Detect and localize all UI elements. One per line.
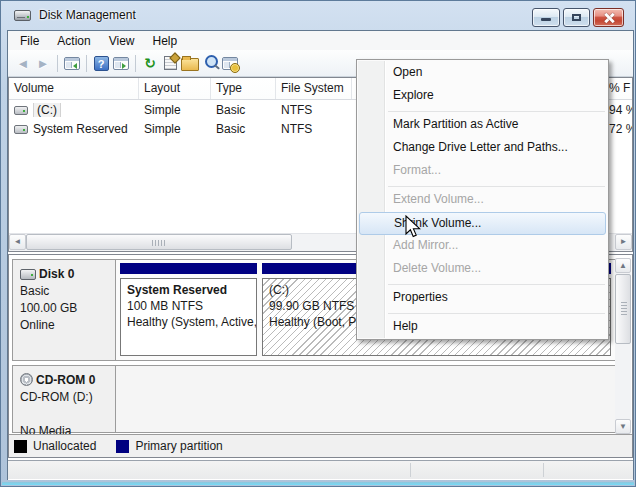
partition-context-menu: Open Explore Mark Partition as Active Ch… — [356, 59, 609, 340]
minimize-button[interactable] — [532, 8, 560, 27]
disk-status: Online — [20, 317, 115, 334]
find-icon — [205, 55, 218, 68]
statusbar-divider — [543, 463, 544, 477]
menu-item-mark-partition-active[interactable]: Mark Partition as Active — [359, 114, 606, 137]
column-header-pct-free[interactable]: % F — [606, 78, 632, 99]
menu-item-extend-volume: Extend Volume... — [359, 189, 606, 212]
help-icon: ? — [94, 56, 109, 71]
menu-item-explore[interactable]: Explore — [359, 85, 606, 108]
cdrom-label-panel[interactable]: CD-ROM 0 CD-ROM (D:) No Media — [13, 366, 116, 432]
disk-size: 100.00 GB — [20, 300, 115, 317]
toolbar-separator — [57, 55, 58, 72]
vertical-scroll-thumb[interactable] — [615, 274, 631, 344]
volume-file-system: NTFS — [276, 122, 352, 136]
volume-file-system: NTFS — [276, 103, 352, 117]
volume-type: Basic — [211, 122, 276, 136]
show-action-pane-button[interactable] — [111, 53, 131, 73]
partition-size: 100 MB NTFS — [127, 298, 256, 314]
menu-action[interactable]: Action — [48, 32, 99, 50]
menu-item-add-mirror: Add Mirror... — [359, 235, 606, 258]
scroll-right-button[interactable]: ► — [615, 234, 632, 250]
primary-partition-swatch — [116, 440, 129, 453]
menu-item-shrink-volume[interactable]: Shrink Volume... — [359, 212, 606, 235]
volume-type: Basic — [211, 103, 276, 117]
toolbar-separator — [135, 55, 136, 72]
maximize-button[interactable] — [563, 8, 590, 27]
cdrom-name: CD-ROM 0 — [36, 373, 95, 387]
volume-icon — [14, 106, 28, 115]
scroll-grip — [621, 302, 627, 316]
menu-file[interactable]: File — [11, 32, 48, 50]
column-header-layout[interactable]: Layout — [139, 78, 211, 99]
cdrom-media-area — [116, 366, 615, 432]
cd-rom-icon — [20, 373, 33, 386]
menu-item-change-drive-letter[interactable]: Change Drive Letter and Paths... — [359, 137, 606, 160]
forward-button[interactable]: ► — [33, 53, 53, 73]
menu-separator — [388, 111, 605, 112]
disk-management-window: Disk Management File Action View Help ◄ … — [0, 0, 636, 487]
menu-item-delete-volume: Delete Volume... — [359, 258, 606, 281]
partition-name: System Reserved — [127, 282, 256, 298]
menu-item-properties[interactable]: Properties — [359, 287, 606, 310]
properties-icon — [164, 56, 177, 70]
menu-separator — [388, 186, 605, 187]
legend-primary-partition: Primary partition — [135, 439, 222, 453]
partition-status: Healthy (System, Active, — [127, 314, 256, 330]
scroll-grip — [152, 240, 166, 246]
menu-view[interactable]: View — [100, 32, 144, 50]
titlebar: Disk Management — [1, 1, 635, 30]
menu-help[interactable]: Help — [144, 32, 187, 50]
back-button[interactable]: ◄ — [13, 53, 33, 73]
disk-icon — [20, 269, 36, 280]
properties-button[interactable] — [160, 53, 180, 73]
mouse-cursor-icon — [401, 215, 423, 239]
open-folder-icon — [181, 58, 199, 71]
menu-item-open[interactable]: Open — [359, 62, 606, 85]
status-bar — [8, 460, 633, 479]
disk-name: Disk 0 — [39, 267, 74, 281]
back-icon: ◄ — [17, 56, 30, 71]
horizontal-scroll-thumb[interactable] — [26, 234, 292, 250]
toolbar-separator — [86, 55, 87, 72]
cdrom-row: CD-ROM 0 CD-ROM (D:) No Media — [12, 365, 616, 433]
volume-name: (C:) — [33, 103, 61, 117]
close-icon — [603, 12, 615, 24]
services-button[interactable] — [220, 53, 240, 73]
refresh-button[interactable]: ↻ — [140, 53, 160, 73]
app-icon — [14, 8, 32, 23]
scroll-down-button[interactable]: ▼ — [615, 419, 631, 434]
column-header-type[interactable]: Type — [211, 78, 276, 99]
close-button[interactable] — [593, 8, 624, 27]
statusbar-divider — [410, 463, 411, 477]
column-header-volume[interactable]: Volume — [9, 78, 139, 99]
find-button[interactable] — [200, 53, 220, 73]
help-button[interactable]: ? — [91, 53, 111, 73]
disk-type: Basic — [20, 283, 115, 300]
menu-item-format: Format... — [359, 160, 606, 183]
volume-icon — [14, 125, 28, 134]
action-pane-icon — [113, 57, 129, 70]
primary-partition-bar — [120, 263, 257, 274]
legend-unallocated: Unallocated — [33, 439, 96, 453]
volume-pct-free: 94 % — [606, 103, 632, 117]
open-button[interactable] — [180, 53, 200, 73]
scroll-left-button[interactable]: ◄ — [9, 234, 26, 250]
legend-bar: Unallocated Primary partition — [9, 434, 632, 457]
partition-system-reserved[interactable]: System Reserved 100 MB NTFS Healthy (Sys… — [120, 263, 257, 357]
cdrom-drive-letter: CD-ROM (D:) — [20, 389, 115, 406]
menu-bar: File Action View Help — [8, 31, 633, 50]
volume-layout: Simple — [139, 122, 211, 136]
window-title: Disk Management — [39, 8, 136, 22]
volume-name: System Reserved — [33, 122, 128, 136]
scroll-up-button[interactable]: ▲ — [615, 258, 631, 273]
show-console-tree-button[interactable] — [62, 53, 82, 73]
column-header-file-system[interactable]: File System — [276, 78, 352, 99]
vertical-scrollbar[interactable]: ▲ ▼ — [615, 258, 631, 434]
volume-layout: Simple — [139, 103, 211, 117]
console-tree-icon — [64, 57, 80, 70]
menu-item-help[interactable]: Help — [359, 316, 606, 339]
menu-separator — [388, 313, 605, 314]
maximize-icon — [572, 14, 581, 21]
disk0-label-panel[interactable]: Disk 0 Basic 100.00 GB Online — [13, 260, 116, 360]
gear-icon — [230, 63, 240, 73]
